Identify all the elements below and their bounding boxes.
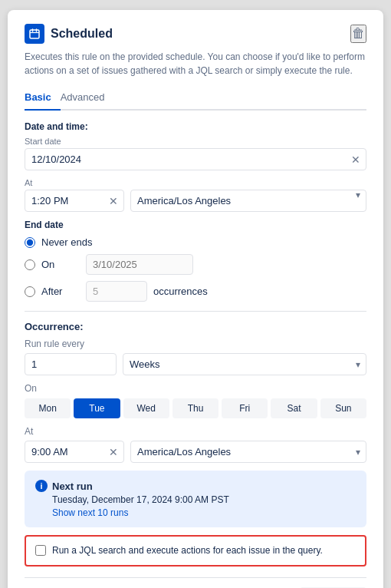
at-time-row: At ✕ America/Los Angeles ▾ <box>25 178 366 212</box>
at-time-label: At <box>25 426 366 437</box>
jql-section: Run a JQL search and execute actions for… <box>25 535 366 567</box>
end-date-section: End date Never ends On After occurrences <box>25 220 366 302</box>
frequency-wrapper: Weeks Days Months ▾ <box>123 353 366 375</box>
day-wed[interactable]: Wed <box>123 398 169 418</box>
timezone-select[interactable]: America/Los Angeles <box>130 190 366 212</box>
never-ends-radio[interactable] <box>25 237 35 248</box>
day-thu[interactable]: Thu <box>172 398 219 418</box>
day-sat[interactable]: Sat <box>271 398 317 418</box>
svg-rect-0 <box>30 30 39 38</box>
delete-button[interactable]: 🗑 <box>350 25 366 43</box>
start-date-group: Start date ✕ <box>25 137 366 170</box>
date-time-label: Date and time: <box>25 121 366 132</box>
info-icon: i <box>35 480 48 492</box>
clear-start-date-button[interactable]: ✕ <box>351 154 360 166</box>
clear-time-button[interactable]: ✕ <box>109 195 118 207</box>
next-run-header: i Next run <box>35 480 356 492</box>
start-date-input[interactable] <box>25 148 366 170</box>
tab-bar: Basic Advanced <box>25 87 366 111</box>
start-date-label: Start date <box>25 137 366 146</box>
timezone-wrapper: America/Los Angeles ▾ <box>130 178 366 212</box>
header: Scheduled 🗑 <box>25 24 366 44</box>
run-num-input[interactable] <box>25 353 117 375</box>
day-sun[interactable]: Sun <box>320 398 366 418</box>
main-card: Scheduled 🗑 Executes this rule on the pr… <box>8 10 383 588</box>
end-date-label: End date <box>25 220 366 230</box>
jql-text: Run a JQL search and execute actions for… <box>52 544 323 557</box>
end-date-radio-group: Never ends On After occurrences <box>25 236 366 302</box>
divider <box>25 311 366 312</box>
run-row: Weeks Days Months ▾ <box>25 353 366 375</box>
footer: Back Next <box>25 577 366 588</box>
calendar-icon <box>25 24 44 44</box>
description-text: Executes this rule on the provided sched… <box>25 50 366 78</box>
jql-checkbox[interactable] <box>35 545 46 556</box>
never-ends-label: Never ends <box>41 236 92 248</box>
on-row: On <box>25 254 366 275</box>
occurrence-time-wrapper: ✕ <box>25 441 124 463</box>
day-mon[interactable]: Mon <box>25 398 71 418</box>
never-ends-row: Never ends <box>25 236 366 248</box>
on-days-label: On <box>25 383 366 394</box>
next-run-box: i Next run Tuesday, December 17, 2024 9:… <box>25 471 366 527</box>
show-next-runs-link[interactable]: Show next 10 runs <box>52 507 356 518</box>
occurrences-label: occurrences <box>153 286 208 297</box>
occurrence-timezone-select[interactable]: America/Los Angeles <box>130 441 366 463</box>
next-run-title: Next run <box>52 481 93 492</box>
after-row: After occurrences <box>25 281 366 302</box>
on-date-input[interactable] <box>86 254 193 275</box>
occurrence-title: Occurrence: <box>25 321 366 332</box>
day-fri[interactable]: Fri <box>222 398 268 418</box>
start-date-wrapper: ✕ <box>25 148 366 170</box>
days-row: Mon Tue Wed Thu Fri Sat Sun <box>25 398 366 418</box>
after-label: After <box>41 286 80 297</box>
after-radio[interactable] <box>25 286 35 297</box>
occurrence-timezone-wrapper: America/Los Angeles ▾ <box>130 441 366 463</box>
occurrence-at-row: ✕ America/Los Angeles ▾ <box>25 441 366 463</box>
tab-basic[interactable]: Basic <box>25 87 61 111</box>
run-rule-label: Run rule every <box>25 339 366 349</box>
tab-advanced[interactable]: Advanced <box>61 87 114 111</box>
after-count-input[interactable] <box>86 281 147 302</box>
frequency-select[interactable]: Weeks Days Months <box>123 353 366 375</box>
clear-occurrence-time[interactable]: ✕ <box>109 446 118 458</box>
day-tue[interactable]: Tue <box>74 398 120 418</box>
next-run-time: Tuesday, December 17, 2024 9:00 AM PST <box>52 494 356 505</box>
page-title: Scheduled <box>51 27 113 41</box>
header-left: Scheduled <box>25 24 113 44</box>
at-label: At <box>25 178 124 187</box>
date-time-section: Date and time: Start date ✕ At ✕ America… <box>25 121 366 212</box>
at-label-group: At ✕ <box>25 178 124 212</box>
on-radio[interactable] <box>25 259 35 270</box>
occurrence-section: Occurrence: Run rule every Weeks Days Mo… <box>25 321 366 463</box>
time-input-wrapper: ✕ <box>25 190 124 212</box>
on-label: On <box>41 259 80 270</box>
